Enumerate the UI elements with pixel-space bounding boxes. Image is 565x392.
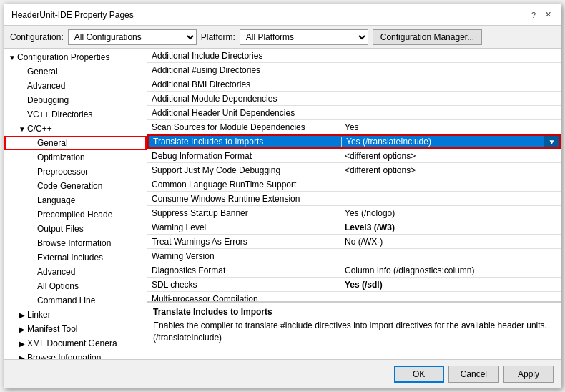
tree-item-label: Configuration Properties: [17, 52, 109, 62]
tree-expander-icon[interactable]: [17, 67, 27, 77]
tree-expander-icon[interactable]: [27, 195, 37, 205]
tree-item-label: Code Generation: [37, 181, 102, 191]
prop-name: Treat Warnings As Errors: [147, 237, 340, 247]
tree-expander-icon[interactable]: ▶: [17, 324, 27, 334]
tree-item-vc-dirs[interactable]: VC++ Directories: [4, 107, 147, 122]
prop-name: Translate Includes to Imports: [149, 137, 342, 147]
tree-expander-icon[interactable]: [17, 81, 27, 91]
tree-item-cmdline[interactable]: Command Line: [4, 293, 147, 308]
prop-row[interactable]: Additional Header Unit Dependencies: [147, 106, 561, 120]
tree-expander-icon[interactable]: [27, 138, 37, 148]
tree-item-xml-doc[interactable]: ▶XML Document Genera: [4, 336, 147, 351]
prop-row[interactable]: Treat Warnings As ErrorsNo (/WX-): [147, 235, 561, 249]
tree-expander-icon[interactable]: ▶: [17, 338, 27, 348]
tree-item-debugging[interactable]: Debugging: [4, 93, 147, 107]
tree-item-precomp[interactable]: Precompiled Heade: [4, 207, 147, 222]
tree-expander-icon[interactable]: [27, 281, 37, 291]
tree-expander-icon[interactable]: [27, 253, 37, 263]
prop-row[interactable]: Support Just My Code Debugging<different…: [147, 163, 561, 177]
tree-expander-icon[interactable]: [27, 152, 37, 162]
prop-value: <different options>: [340, 165, 561, 175]
prop-row[interactable]: Common Language RunTime Support: [147, 177, 561, 192]
title-bar: HeaderUnit-IDE Property Pages ? ✕: [4, 4, 561, 26]
dialog-title: HeaderUnit-IDE Property Pages: [11, 10, 134, 20]
prop-name: Consume Windows Runtime Extension: [147, 194, 340, 204]
prop-row[interactable]: Suppress Startup BannerYes (/nologo): [147, 206, 561, 220]
tree-expander-icon[interactable]: [27, 224, 37, 234]
prop-value: Yes: [340, 122, 561, 132]
tree-item-advanced[interactable]: Advanced: [4, 79, 147, 93]
tree-item-external-inc[interactable]: External Includes: [4, 250, 147, 265]
tree-item-browse-info[interactable]: Browse Information: [4, 236, 147, 250]
prop-row[interactable]: Warning LevelLevel3 (/W3): [147, 220, 561, 235]
prop-dropdown-button[interactable]: ▼: [544, 136, 559, 147]
config-manager-button[interactable]: Configuration Manager...: [373, 29, 482, 45]
prop-name: Warning Level: [147, 222, 340, 232]
tree-expander-icon[interactable]: ▶: [17, 353, 27, 359]
close-button[interactable]: ✕: [542, 9, 554, 21]
prop-row[interactable]: Diagnostics FormatColumn Info (/diagnost…: [147, 263, 561, 278]
platform-select[interactable]: All Platforms: [240, 29, 368, 45]
tree-item-config-props[interactable]: ▼Configuration Properties: [4, 50, 147, 64]
tree-expander-icon[interactable]: ▼: [17, 124, 27, 134]
tree-item-label: Advanced: [27, 81, 65, 91]
tree-expander-icon[interactable]: [17, 109, 27, 119]
tree-item-cpp[interactable]: ▼C/C++: [4, 122, 147, 136]
tree-item-cpp-general[interactable]: General: [4, 136, 147, 150]
prop-row[interactable]: Additional #using Directories: [147, 63, 561, 77]
tree-expander-icon[interactable]: [27, 295, 37, 305]
tree-expander-icon[interactable]: [27, 210, 37, 220]
tree-item-label: Debugging: [27, 95, 69, 105]
tree-item-browse-info2[interactable]: ▶Browse Information: [4, 351, 147, 359]
tree-item-label: Linker: [27, 310, 51, 320]
tree-expander-icon[interactable]: [17, 95, 27, 105]
help-button[interactable]: ?: [528, 9, 539, 21]
tree-item-language[interactable]: Language: [4, 193, 147, 207]
prop-value: No (/WX-): [340, 237, 561, 247]
tree-item-general[interactable]: General: [4, 64, 147, 79]
tree-expander-icon[interactable]: [27, 238, 37, 248]
configuration-select[interactable]: All Configurations: [68, 29, 197, 45]
prop-value: Level3 (/W3): [340, 222, 561, 232]
tree-item-label: Output Files: [37, 224, 84, 234]
prop-row[interactable]: Debug Information Format<different optio…: [147, 149, 561, 163]
tree-item-output[interactable]: Output Files: [4, 222, 147, 236]
tree-expander-icon[interactable]: ▼: [7, 52, 17, 62]
tree-item-label: C/C++: [27, 124, 52, 134]
prop-row[interactable]: Scan Sources for Module DependenciesYes: [147, 120, 561, 134]
tree-expander-icon[interactable]: [27, 267, 37, 277]
cancel-button[interactable]: Cancel: [448, 366, 499, 383]
prop-row[interactable]: SDL checksYes (/sdl): [147, 278, 561, 292]
left-panel: ▼Configuration PropertiesGeneralAdvanced…: [4, 49, 147, 359]
tree-item-linker[interactable]: ▶Linker: [4, 308, 147, 322]
prop-name: Debug Information Format: [147, 151, 340, 161]
description-title: Translate Includes to Imports: [153, 307, 555, 317]
prop-row[interactable]: Additional Module Dependencies: [147, 92, 561, 106]
tree-item-label: Language: [37, 195, 75, 205]
tree-item-code-gen[interactable]: Code Generation: [4, 179, 147, 193]
prop-row[interactable]: Multi-processor Compilation: [147, 292, 561, 302]
tree-item-preprocessor[interactable]: Preprocessor: [4, 165, 147, 179]
description-panel: Translate Includes to Imports Enables th…: [147, 302, 561, 359]
tree-item-adv2[interactable]: Advanced: [4, 265, 147, 279]
prop-name: Additional Module Dependencies: [147, 94, 340, 104]
tree-expander-icon[interactable]: [27, 181, 37, 191]
tree-item-all-opts[interactable]: All Options: [4, 279, 147, 293]
prop-row[interactable]: Consume Windows Runtime Extension: [147, 192, 561, 206]
tree-item-manifest[interactable]: ▶Manifest Tool: [4, 322, 147, 336]
property-pages-dialog: HeaderUnit-IDE Property Pages ? ✕ Config…: [4, 4, 561, 388]
apply-button[interactable]: Apply: [503, 366, 554, 383]
tree-expander-icon[interactable]: ▶: [17, 310, 27, 320]
tree-item-label: Browse Information: [37, 238, 111, 248]
tree-container: ▼Configuration PropertiesGeneralAdvanced…: [4, 49, 147, 359]
tree-item-label: VC++ Directories: [27, 109, 92, 119]
tree-item-optimization[interactable]: Optimization: [4, 150, 147, 165]
prop-row[interactable]: Warning Version: [147, 249, 561, 263]
prop-name: Common Language RunTime Support: [147, 180, 340, 190]
tree-expander-icon[interactable]: [27, 167, 37, 177]
prop-row[interactable]: Translate Includes to ImportsYes (/trans…: [147, 134, 561, 149]
prop-row[interactable]: Additional BMI Directories: [147, 77, 561, 92]
description-text: Enables the compiler to translate #inclu…: [153, 320, 555, 344]
prop-row[interactable]: Additional Include Directories: [147, 49, 561, 63]
ok-button[interactable]: OK: [394, 366, 444, 383]
